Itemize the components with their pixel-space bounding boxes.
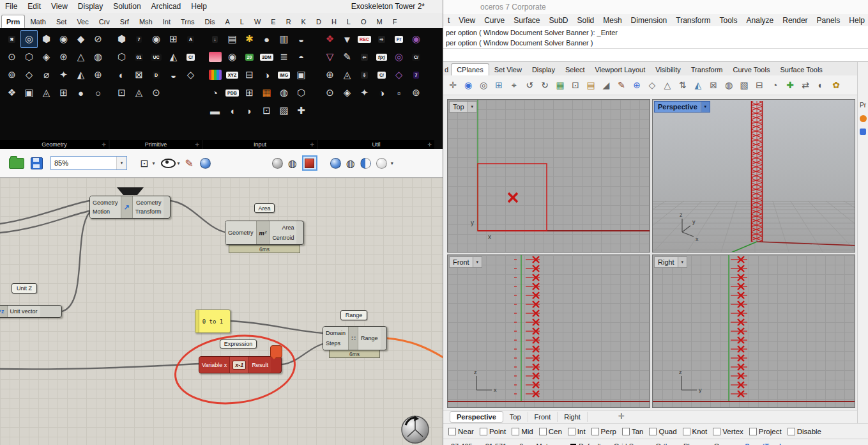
data-panel[interactable]: 0 to 1	[195, 309, 231, 333]
component-icon[interactable]: ▼	[339, 30, 356, 48]
tab-partial[interactable]: d	[443, 64, 451, 75]
viewport-tab[interactable]: Top	[503, 412, 528, 422]
component-icon[interactable]: ◇	[20, 66, 38, 84]
toolbar-button[interactable]: ◉	[461, 77, 476, 93]
toolbar-button[interactable]: ▧	[736, 77, 752, 93]
move-component[interactable]: Geometry Motion ↗ Geometry Transform	[89, 196, 171, 219]
group-label[interactable]: Input✛	[203, 140, 317, 149]
output-result[interactable]: Result	[252, 362, 268, 368]
component-icon[interactable]: ⬡	[20, 48, 38, 66]
component-icon[interactable]: ⌀	[38, 66, 55, 84]
viewport-title-active[interactable]: Perspective ▼	[654, 101, 710, 113]
component-icon[interactable]: ⊕	[321, 66, 339, 84]
custom-preview-icon[interactable]	[376, 158, 387, 169]
save-button[interactable]	[31, 157, 43, 169]
toolbar-tab[interactable]: Display	[527, 64, 560, 75]
component-icon[interactable]: ⇨	[373, 30, 390, 48]
component-icon[interactable]: ⊞	[241, 84, 258, 102]
component-icon[interactable]: UC	[148, 48, 165, 66]
viewport-front[interactable]: z x Front ▼	[447, 254, 650, 408]
output-centroid[interactable]: Centroid	[272, 235, 294, 241]
component-icon[interactable]: ⊞	[55, 84, 72, 102]
toolbar-button[interactable]: ⇄	[798, 77, 813, 93]
toolbar-button[interactable]: ◭	[690, 77, 706, 93]
category-tab[interactable]: M	[372, 15, 388, 28]
toolbar-button[interactable]: ✛	[445, 77, 461, 93]
component-icon[interactable]: ▨	[275, 102, 293, 120]
properties-panel-tab[interactable]: Pr	[860, 102, 866, 109]
component-icon[interactable]: ✎	[339, 48, 356, 66]
osnap-item[interactable]: Vertex	[713, 428, 743, 435]
component-icon[interactable]: ◍	[275, 84, 293, 102]
category-tab[interactable]: Crv	[94, 15, 115, 28]
toolbar-tab[interactable]: Transform	[686, 64, 728, 75]
toolbar-button[interactable]: ⊠	[706, 77, 721, 93]
zoom-dropdown[interactable]: 85% ▾	[50, 156, 127, 170]
component-icon[interactable]: ◒	[293, 30, 310, 48]
toolbar-button[interactable]: △	[660, 77, 675, 93]
blue-panel-icon[interactable]	[860, 129, 866, 135]
component-icon[interactable]: ◐	[113, 66, 130, 84]
osnap-item[interactable]: Quad	[649, 428, 676, 435]
toolbar-button[interactable]: ▤	[583, 77, 598, 93]
component-icon[interactable]: ⊙	[148, 84, 165, 102]
menu-item[interactable]: Surface	[509, 16, 544, 25]
menu-item[interactable]: Mesh	[598, 16, 626, 25]
expand-icon[interactable]: ✛	[195, 142, 199, 148]
component-icon[interactable]	[206, 66, 224, 84]
expression-text[interactable]: x-1	[232, 361, 246, 370]
chevron-down-icon[interactable]: ▾	[116, 157, 126, 169]
category-tab[interactable]: Msh	[134, 15, 158, 28]
toolbar-button[interactable]: ↺	[522, 77, 537, 93]
component-icon[interactable]: ◉	[407, 30, 425, 48]
chevron-down-icon[interactable]: ▾	[177, 160, 179, 166]
checkbox[interactable]	[713, 428, 720, 435]
component-icon[interactable]: ↓	[206, 30, 224, 48]
component-icon[interactable]: ◗	[241, 102, 258, 120]
toolbar-button[interactable]: ◢	[598, 77, 614, 93]
checkbox[interactable]	[622, 428, 630, 435]
component-icon[interactable]: A	[182, 30, 199, 48]
component-icon[interactable]: ◈	[38, 48, 55, 66]
component-icon[interactable]: 3DM	[258, 48, 275, 66]
toolbar-tab[interactable]: Visibility	[650, 64, 686, 75]
category-tab[interactable]: A	[220, 15, 234, 28]
toolbar-tab[interactable]: Surface Tools	[775, 64, 827, 75]
checkbox[interactable]	[480, 428, 487, 435]
component-icon[interactable]: ◎	[390, 48, 407, 66]
component-icon[interactable]: ◬	[130, 84, 148, 102]
component-icon[interactable]: ⬢	[113, 30, 130, 48]
input-domain[interactable]: Domain	[326, 330, 346, 336]
toolbar-button[interactable]: ✿	[828, 77, 844, 93]
category-tab[interactable]: O	[356, 15, 372, 28]
component-icon[interactable]: ◬	[339, 66, 356, 84]
toolbar-button[interactable]: ⊟	[752, 77, 767, 93]
output-transform[interactable]: Transform	[135, 208, 162, 215]
input-steps[interactable]: Steps	[326, 340, 346, 347]
component-icon[interactable]: ◆	[72, 30, 89, 48]
component-icon[interactable]: ⊘	[89, 30, 107, 48]
component-icon[interactable]: ⬡	[293, 84, 310, 102]
grasshopper-canvas[interactable]: Geometry Motion ↗ Geometry Transform Are…	[0, 178, 443, 445]
output-unit-vector[interactable]: Unit vector	[10, 308, 38, 315]
group-label[interactable]: Geometry✛	[0, 140, 109, 149]
component-icon[interactable]: ⊕	[89, 66, 107, 84]
osnap-item[interactable]: Cen	[539, 428, 562, 435]
component-icon[interactable]: ▬	[206, 102, 224, 120]
component-icon[interactable]: ▣	[293, 66, 310, 84]
osnap-item[interactable]: Point	[480, 428, 506, 435]
layer-chip[interactable]: Default	[570, 442, 601, 445]
half-sphere-icon[interactable]	[360, 158, 371, 169]
component-icon[interactable]: ▽	[321, 48, 339, 66]
osnap-item[interactable]: Disable	[788, 428, 821, 435]
component-icon[interactable]: ⊞	[165, 30, 182, 48]
toolbar-button[interactable]: ⊕	[629, 77, 644, 93]
menu-item[interactable]: Display	[73, 2, 108, 11]
component-icon[interactable]: 20	[241, 48, 258, 66]
menu-item[interactable]: Render	[778, 16, 812, 25]
menu-item[interactable]: View	[46, 2, 73, 11]
expand-icon[interactable]: ✛	[102, 142, 106, 148]
osnap-item[interactable]: Int	[568, 428, 586, 435]
menu-item[interactable]: Dimension	[627, 16, 672, 25]
toolbar-button[interactable]: ↻	[537, 77, 552, 93]
